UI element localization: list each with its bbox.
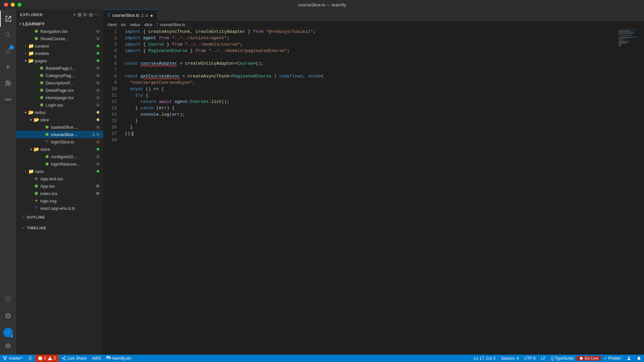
sidebar-item-loginslice[interactable]: T loginSlice.ts U [16,138,103,145]
sidebar-item-homepage[interactable]: ⬢ Homepage.tsx U [16,94,103,101]
code-line-14: console.log(err); [125,111,617,118]
minimize-button[interactable] [11,3,15,7]
activity-extensions[interactable] [0,75,16,91]
sidebar-item-redux[interactable]: 📂 redux [16,109,103,116]
sidebar-item-pages[interactable]: 📂 pages [16,57,103,64]
status-spaces[interactable]: Spaces: 4 [498,356,521,361]
status-golive[interactable]: Go Live [577,356,601,361]
code-content[interactable]: import { createAsyncThunk, createEntityA… [119,28,617,355]
code-line-10: async () => { [125,86,617,92]
sidebar-item-login[interactable]: ⬢ Login.tsx U [16,101,103,109]
status-cursor[interactable]: Ln 17, Col 3 [471,356,498,361]
file-label-descriptionpage: DescriptionP... [46,80,73,85]
tab-courseslice[interactable]: T courseSlice.ts 2, U ● [103,9,157,21]
sidebar-item-models[interactable]: 📁 models [16,50,103,57]
breadcrumb-slice[interactable]: slice [144,22,152,27]
tree-arrow-redux [23,110,28,115]
new-file-icon[interactable]: + [73,12,76,17]
file-label-basketslice: basketSlice.... [51,125,78,130]
sidebar-item-sass[interactable]: 📁 sass [16,168,103,175]
dot-sass [97,170,99,173]
svg-file-icon: ✦ [34,198,39,203]
close-button[interactable] [4,3,8,7]
status-solution[interactable]: learnify.sln [104,355,134,362]
status-sync[interactable] [25,355,35,362]
sidebar-item-showcourse[interactable]: ⬢ ShowCourse... U [16,35,103,42]
activity-aws[interactable]: aws [0,91,16,107]
sidebar-item-index[interactable]: ⬢ index.tsx M [16,190,103,197]
sidebar-header-actions[interactable]: + ⊞ ↻ ⊟ ··· [73,12,99,17]
dot-slice [97,118,99,121]
status-account-right[interactable] [624,356,634,361]
tree-arrow-learnify [17,21,23,26]
tree-arrow-context [23,43,28,49]
status-liveshare[interactable]: Live Share [59,355,89,362]
more-icon[interactable]: ··· [95,12,99,17]
folder-label-redux: redux [35,110,46,115]
sidebar-item-categorypage[interactable]: ⬢ CategoryPag... U [16,72,103,79]
sidebar-item-navigation[interactable]: ⬢ Navigation.tsx U [16,27,103,35]
sidebar-item-configurest[interactable]: ⬢ configureSt... U [16,153,103,160]
new-folder-icon[interactable]: ⊞ [77,12,82,17]
sidebar-item-store[interactable]: 📂 store [16,145,103,153]
file-label-detailpage: DetailPage.tsx [46,88,74,93]
sidebar-item-slice[interactable]: 📂 slice [16,116,103,123]
main-container: 1 aws 👤 1 EXPLORER [0,9,644,355]
svg-point-1 [7,298,9,299]
outline-section[interactable]: OUTLINE [16,212,103,223]
activity-search[interactable] [0,27,16,43]
status-aws-label: AWS [92,356,101,361]
activity-explorer[interactable] [0,11,16,27]
file-label-loginslice: loginSlice.ts [51,139,74,144]
code-line-8: const getCoursesAsync = createAsyncThunk… [125,73,617,79]
sidebar-item-descriptionpage[interactable]: ⬢ DescriptionP... U [16,79,103,86]
file-label-loginreducer: loginReducer... [51,162,80,167]
breadcrumb-client[interactable]: client [107,22,117,27]
sidebar-title: EXPLORER [20,13,43,17]
status-notifications[interactable] [634,356,644,361]
breadcrumb-src[interactable]: src [121,22,126,27]
dot-models [97,52,99,55]
breadcrumb-redux[interactable]: redux [130,22,140,27]
status-golive-label: Go Live [585,356,598,361]
sidebar-item-courseslice[interactable]: ⬢ courseSlice... 2, U [16,131,103,138]
maximize-button[interactable] [17,3,21,7]
sidebar-item-basketslice[interactable]: ⬢ basketSlice.... U [16,123,103,131]
breadcrumb-filename[interactable]: courseSlice.ts [160,22,185,27]
activity-remote[interactable] [0,290,16,306]
file-label-configurest: configureSt... [51,154,77,159]
tsx-file-icon-8: ⬢ [39,102,44,108]
sidebar-item-apptest[interactable]: ⊛ App.test.tsx [16,175,103,182]
activity-run[interactable] [0,59,16,75]
status-prettier[interactable]: ✓ Prettier [601,356,624,361]
sidebar-item-reactappenv[interactable]: T react-app-env.d.ts [16,204,103,212]
status-errors-label: 0 [44,356,46,361]
timeline-section[interactable]: TIMELINE [16,223,103,233]
sidebar-item-context[interactable]: 📁 context [16,42,103,50]
titlebar: courseSlice.ts — learnify [0,0,644,9]
status-encoding[interactable]: UTF-8 [522,356,538,361]
window-controls[interactable] [4,3,21,7]
status-errors[interactable]: 0 2 [35,355,58,362]
sidebar-item-logo[interactable]: ✦ logo.svg [16,197,103,204]
account-avatar[interactable]: 👤 1 [3,328,13,337]
sidebar-item-loginreducer[interactable]: ⬢ loginReducer... U [16,160,103,168]
status-language[interactable]: {} TypeScript [548,356,577,361]
code-line-11: try { [125,92,617,99]
badge-configurest: U [97,155,99,159]
code-line-17: }); [125,130,617,137]
settings-button[interactable] [2,340,14,352]
sidebar-item-basketpage[interactable]: ⬢ BasketPage.t... U [16,64,103,72]
sidebar-item-learnify[interactable]: LEARNIFY [16,20,103,27]
collapse-icon[interactable]: ⊟ [89,12,93,17]
refresh-icon[interactable]: ↻ [83,12,88,17]
status-eol[interactable]: LF [538,356,548,361]
sidebar-item-detailpage[interactable]: ⬢ DetailPage.tsx U [16,86,103,94]
badge-loginreducer: U [97,162,99,166]
status-aws[interactable]: AWS [89,355,104,362]
status-branch[interactable]: master* [0,355,25,362]
activity-source-control[interactable]: 1 [0,43,16,59]
activity-copilot[interactable] [0,308,16,324]
sidebar-item-app[interactable]: ⬢ App.tsx M [16,182,103,190]
code-line-16: } [125,124,617,130]
